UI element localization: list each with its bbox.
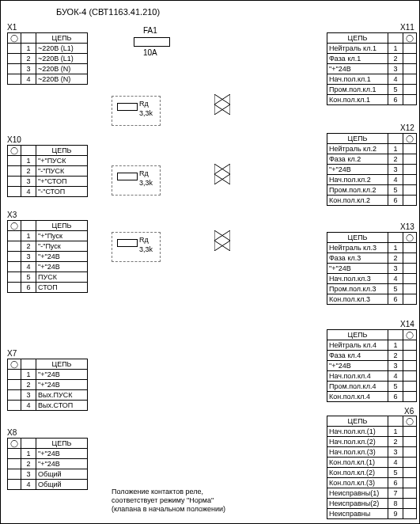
table-row: Нач.пол.кл.44 [327, 371, 417, 382]
opto-block-3: Rд 3,3k [112, 232, 161, 262]
table-row: "+"24В3 [327, 165, 417, 175]
table-row: Кон.пол.кл.26 [327, 196, 417, 206]
table-row: Кон.пол.кл.(3)6 [327, 478, 417, 488]
table-row: 4"-"СТОП [8, 187, 88, 197]
table-row: 1"+"24В [8, 449, 88, 459]
hdr-q-icon: ◯ [403, 134, 417, 144]
conn-label-x12: X12 [400, 123, 414, 132]
triac-icon [214, 230, 230, 251]
table-row: Кон.пол.кл.(1)4 [327, 458, 417, 468]
svg-marker-4 [214, 230, 230, 251]
table-row: 1"+"24В [8, 370, 88, 380]
table-row: Нач.пол.кл.(3)3 [327, 447, 417, 458]
table-row: Пром.пол.кл.45 [327, 382, 417, 392]
conn-label-x10: X10 [7, 135, 21, 144]
res-val: 3,3k [139, 245, 153, 253]
table-row: Нач.пол.кл.14 [327, 74, 417, 85]
hdr-q-icon: ◯ [403, 33, 417, 44]
table-row: Фаза кл.22 [327, 154, 417, 165]
table-row: 3"+"24В [8, 252, 88, 262]
conn-x7: ◯ЦЕПЬ 1"+"24В 2"+"24В 3Вых.ПУСК 4Вых.СТО… [7, 359, 88, 411]
hdr-q-icon: ◯ [8, 146, 21, 156]
res-val: 3,3k [139, 109, 153, 117]
table-row: Кон.пол.кл.36 [327, 294, 417, 305]
schematic-canvas: БУОК-4 (СВТ1163.41.210) FA1 10A X1 ◯ЦЕПЬ… [0, 0, 420, 524]
table-row: 1"+"Пуск [8, 231, 88, 241]
hdr-q-icon: ◯ [8, 359, 21, 370]
res-name: Rд [139, 169, 149, 177]
hdr-q-icon: ◯ [403, 416, 417, 427]
table-row: Пром.пол.кл.15 [327, 85, 417, 95]
table-row: 2"+"24В [8, 380, 88, 390]
fuse-name: FA1 [143, 26, 157, 35]
hdr-q-icon: ◯ [8, 439, 21, 449]
fuse-symbol [134, 37, 170, 47]
conn-label-x11: X11 [400, 23, 414, 32]
table-row: Нейтраль кл.11 [327, 44, 417, 54]
conn-label-x3: X3 [7, 211, 17, 219]
triac-icon [214, 164, 230, 184]
table-row: 3Вых.ПУСК [8, 390, 88, 401]
table-row: Фаза кл.42 [327, 351, 417, 361]
resistor-icon [117, 239, 138, 247]
table-row: Нач.пол.кл.(2)2 [327, 437, 417, 447]
table-row: Нач.пол.кл.24 [327, 175, 417, 185]
table-row: Фаза кл.12 [327, 54, 417, 64]
conn-x10: ◯ЦЕПЬ 1"+"ПУСК 2"-"ПУСК 3"+"СТОП 4"-"СТО… [7, 145, 88, 197]
hdr-q-icon: ◯ [403, 330, 417, 340]
conn-x8: ◯ЦЕПЬ 1"+"24В 2"+"24В 3Общий 4Общий [7, 438, 88, 490]
table-row: 5ПУСК [8, 272, 88, 283]
table-row: Кон.пол.кл.46 [327, 392, 417, 402]
conn-x6: ЦЕПЬ◯ Нач.пол.кл.(1)1 Нач.пол.кл.(2)2 На… [327, 416, 417, 519]
conn-label-x8: X8 [7, 428, 17, 437]
table-row: 2"-"Пуск [8, 241, 88, 252]
svg-marker-3 [214, 164, 230, 184]
table-row: 1~220В (L1) [8, 44, 88, 54]
hdr-q-icon: ◯ [8, 221, 21, 231]
conn-label-x14: X14 [400, 320, 414, 328]
table-row: Неисправны(2)8 [327, 499, 417, 509]
hdr-q-icon: ◯ [403, 233, 417, 243]
svg-marker-0 [214, 94, 230, 115]
table-row: Неисправны9 [327, 509, 417, 519]
res-name: Rд [139, 236, 149, 244]
resistor-icon [117, 173, 138, 180]
table-row: "+"24В3 [327, 361, 417, 371]
table-row: 3"+"СТОП [8, 177, 88, 187]
res-val: 3,3k [139, 179, 153, 187]
title-text: БУОК-4 (СВТ1163.41.210) [56, 7, 160, 17]
conn-label-x13: X13 [400, 222, 414, 231]
table-row: "+"24В3 [327, 264, 417, 274]
svg-marker-2 [214, 164, 230, 184]
fuse-rating: 10A [143, 48, 157, 57]
table-row: 3~220В (N) [8, 64, 88, 74]
table-row: Нач.пол.кл.34 [327, 274, 417, 284]
table-row: 4"+"24В [8, 262, 88, 272]
conn-label-x1: X1 [7, 23, 17, 32]
table-row: Нейтраль кл.41 [327, 340, 417, 351]
table-row: 1"+"ПУСК [8, 156, 88, 166]
table-row: 6СТОП [8, 283, 88, 293]
hdr-q-icon: ◯ [8, 33, 21, 44]
table-row: Фаза кл.32 [327, 253, 417, 264]
conn-x3: ◯ЦЕПЬ 1"+"Пуск 2"-"Пуск 3"+"24В 4"+"24В … [7, 220, 88, 293]
table-row: 2"-"ПУСК [8, 166, 88, 177]
conn-label-x7: X7 [7, 349, 17, 358]
table-row: 4~220В (N) [8, 74, 88, 85]
triac-icon [214, 94, 230, 115]
table-row: 3Общий [8, 469, 88, 480]
svg-marker-1 [214, 94, 230, 115]
table-row: Нач.пол.кл.(1)1 [327, 427, 417, 437]
conn-x11: ЦЕПЬ◯ Нейтраль кл.11 Фаза кл.12 "+"24В3 … [327, 32, 417, 105]
svg-marker-5 [214, 230, 230, 251]
table-row: Неисправны(1)7 [327, 488, 417, 499]
conn-label-x6: X6 [404, 407, 414, 416]
conn-x1: ◯ЦЕПЬ 1~220В (L1) 2~220В (L1) 3~220В (N)… [7, 32, 88, 85]
resistor-icon [117, 103, 138, 111]
table-row: 2"+"24В [8, 459, 88, 469]
table-row: Пром.пол.кл.35 [327, 284, 417, 294]
conn-x14: ЦЕПЬ◯ Нейтраль кл.41 Фаза кл.42 "+"24В3 … [327, 329, 417, 402]
note-text: Положение контактов реле, соответствует … [112, 488, 225, 514]
table-row: 4Вых.СТОП [8, 401, 88, 411]
table-row: Кон.пол.кл.16 [327, 95, 417, 105]
